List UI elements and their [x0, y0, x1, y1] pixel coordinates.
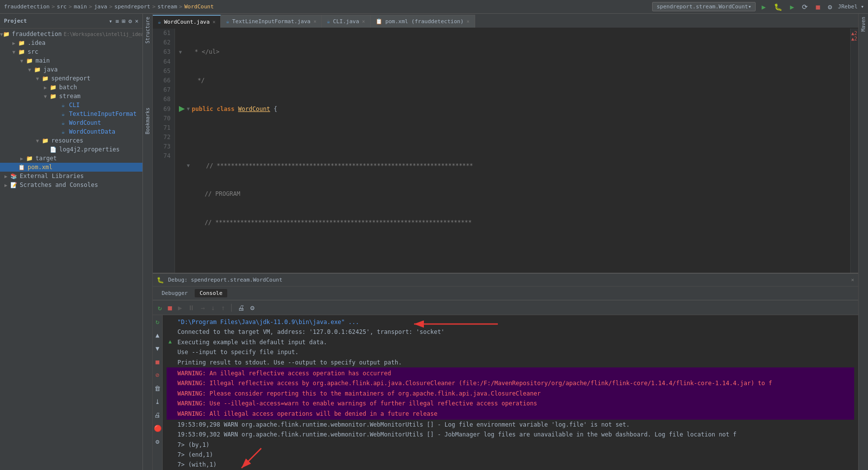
run-gutter-btn-63[interactable] [179, 106, 185, 112]
tree-arrow-stream[interactable]: ▼ [41, 94, 49, 99]
code-line-61: ▼ * </ul> [179, 47, 846, 57]
stop-icon[interactable]: ■ [155, 357, 161, 366]
folder-icon: 📁 [3, 30, 10, 38]
tree-item-java[interactable]: ▼ 📁 java [0, 65, 142, 74]
settings-debug-button[interactable]: ⚙ [248, 303, 256, 313]
structure-icon[interactable]: Structure [144, 16, 151, 44]
run-config-selector[interactable]: spendreport.stream.WordCount ▾ [652, 2, 756, 11]
console-line-warn5: WARNING: All illegal access operations w… [167, 409, 854, 419]
error-stripe: ▲2 ▲2 [850, 29, 858, 273]
settings-icon2[interactable]: ⚙ [155, 437, 161, 446]
print-icon[interactable]: 🖨 [153, 410, 162, 420]
tree-item-target[interactable]: ▶ 📁 target [0, 154, 142, 163]
tab-debugger[interactable]: Debugger [157, 289, 193, 297]
sidebar-menu-icon[interactable]: ▾ [109, 18, 112, 25]
java-icon: ☕ [226, 18, 229, 25]
tree-item-wordcountdata[interactable]: ▶ ☕ WordCountData [0, 127, 142, 136]
tree-arrow-java[interactable]: ▼ [26, 67, 34, 72]
tree-arrow-scratches[interactable]: ▶ [2, 182, 10, 188]
rerun-button[interactable]: ↻ [156, 303, 164, 313]
tree-arrow-main[interactable]: ▼ [18, 58, 26, 64]
tree-arrow-batch[interactable]: ▶ [41, 85, 49, 90]
clear-icon[interactable]: 🗑 [153, 384, 162, 393]
scroll-icon[interactable]: ⤓ [154, 397, 161, 406]
stop-debug-button[interactable]: ■ [166, 303, 174, 313]
tab-wordcount[interactable]: ☕ WordCount.java × [153, 15, 221, 28]
tab-textline[interactable]: ☕ TextLineInputFormat.java × [221, 15, 322, 28]
tab-cli[interactable]: ☕ CLI.java × [322, 15, 371, 28]
coverage-button[interactable]: ▶ [788, 2, 796, 12]
tree-label-main: main [35, 57, 50, 64]
right-gutter-icon1[interactable]: Maven [860, 16, 867, 33]
sidebar-settings-icon[interactable]: ⚙ [129, 18, 132, 25]
tree-arrow-spendreport[interactable]: ▼ [34, 76, 41, 81]
print-button[interactable]: 🖨 [236, 303, 246, 313]
tree-arrow-src[interactable]: ▼ [10, 49, 18, 55]
xml-icon-pom: 📋 [18, 163, 26, 171]
console-text-executing: Executing example with default input dat… [177, 337, 327, 347]
console-text-warn5: WARNING: All illegal access operations w… [177, 409, 437, 419]
debug-button[interactable]: 🐛 [772, 2, 784, 12]
resume-button[interactable]: ▶ [176, 303, 184, 313]
sidebar-tree: ▼ 📁 frauddetection E:\Workspaces\intelli… [0, 29, 142, 470]
tree-item-wordcount[interactable]: ▶ ☕ WordCount [0, 118, 142, 127]
tree-item-cli[interactable]: ▶ ☕ CLI [0, 101, 142, 109]
sidebar-close-icon[interactable]: × [135, 18, 139, 25]
code-line-66: // PROGRAM [179, 189, 846, 199]
tree-arrow-idea[interactable]: ▶ [10, 40, 18, 46]
tab-console[interactable]: Console [195, 289, 227, 297]
tab-label-wordcount: WordCount.java [164, 19, 210, 25]
pause-button[interactable]: ⏸ [186, 303, 197, 313]
tree-arrow-extlibs[interactable]: ▶ [2, 174, 10, 179]
run-button[interactable]: ▶ [760, 2, 767, 12]
sidebar-expand-icon[interactable]: ⊞ [122, 18, 125, 25]
rerun-icon[interactable]: ↻ [155, 317, 161, 326]
stop-button[interactable]: ■ [814, 2, 822, 12]
tree-arrow-resources[interactable]: ▼ [34, 138, 41, 144]
tab-close-wordcount[interactable]: × [212, 19, 215, 25]
console-area: "D:\Program Files\Java\jdk-11.0.9\bin\ja… [163, 315, 858, 470]
error-count: ▲2 ▲2 [851, 31, 858, 41]
tree-item-textlineinputformat[interactable]: ▶ ☕ TextLineInputFormat [0, 109, 142, 118]
console-line-result1: 7> (by,1) [167, 440, 854, 450]
console-line-log2: 19:53:09,302 WARN org.apache.flink.runti… [167, 430, 854, 439]
console-text-warn3: WARNING: Please consider reporting this … [177, 389, 541, 398]
tree-item-idea[interactable]: ▶ 📁 .idea [0, 38, 142, 47]
tree-item-spendreport[interactable]: ▼ 📁 spendreport [0, 74, 142, 83]
profile-button[interactable]: ⟳ [800, 2, 810, 12]
tree-item-main[interactable]: ▼ 📁 main [0, 56, 142, 65]
tree-item-extlibs[interactable]: ▶ 📚 External Libraries [0, 172, 142, 181]
debug-panel-close[interactable]: × [851, 277, 854, 283]
tree-label-spendreport: spendreport [51, 75, 90, 82]
step-out-button[interactable]: ↑ [219, 303, 227, 313]
tree-item-resources[interactable]: ▼ 📁 resources [0, 136, 142, 145]
down-icon[interactable]: ▼ [155, 344, 161, 353]
sidebar-collapse-icon[interactable]: ≡ [115, 18, 119, 25]
step-into-button[interactable]: ↓ [209, 303, 217, 313]
tree-item-batch[interactable]: ▶ 📁 batch [0, 83, 142, 92]
help-icon[interactable]: 🔴 [153, 424, 163, 433]
debug-panel-tabs: Debugger Console [153, 287, 858, 300]
tree-item-log4j[interactable]: ▶ 📄 log4j2.properties [0, 145, 142, 154]
settings-icon[interactable]: ⚙ [826, 2, 834, 12]
tree-item-scratches[interactable]: ▶ 📝 Scratches and Consoles [0, 181, 142, 189]
tree-item-pom[interactable]: ▶ 📋 pom.xml [0, 163, 142, 172]
breadcrumb-frauddetection[interactable]: frauddetection > src > main > java > spe… [4, 3, 214, 10]
tab-close-textline[interactable]: × [313, 19, 316, 24]
tree-item-stream[interactable]: ▼ 📁 stream [0, 92, 142, 101]
filter-icon[interactable]: ⊘ [155, 370, 161, 380]
sidebar: Project ▾ ≡ ⊞ ⚙ × ▼ 📁 frauddetection E:\… [0, 14, 143, 470]
tab-close-pom[interactable]: × [467, 19, 470, 24]
bottom-left-icons: ↻ ▲ ▼ ■ ⊘ 🗑 ⤓ 🖨 🔴 ⚙ [153, 315, 163, 470]
tab-pom[interactable]: 📋 pom.xml (frauddetection) × [371, 15, 475, 28]
step-over-button[interactable]: → [199, 303, 207, 313]
java-icon: ☕ [327, 18, 330, 25]
console-text-path: "D:\Program Files\Java\jdk-11.0.9\bin\ja… [177, 317, 359, 327]
tree-arrow-target[interactable]: ▶ [18, 156, 26, 161]
tree-item-src[interactable]: ▼ 📁 src [0, 47, 142, 56]
bookmarks-icon[interactable]: Bookmarks [144, 107, 151, 135]
up-icon[interactable]: ▲ [155, 330, 161, 340]
tab-close-cli[interactable]: × [362, 19, 365, 24]
tree-label-cli: CLI [69, 102, 80, 108]
tree-item-frauddetection[interactable]: ▼ 📁 frauddetection E:\Workspaces\intelli… [0, 30, 142, 38]
